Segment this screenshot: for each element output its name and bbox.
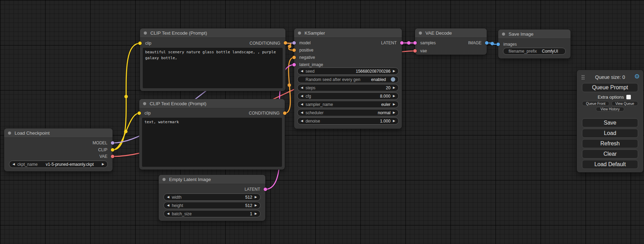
- node-empty-latent-image: Empty Latent Image LATENT ◀ width 512 ▶ …: [159, 175, 265, 221]
- input-port-latent-image[interactable]: [292, 63, 296, 66]
- decrement-arrow-icon[interactable]: ◀: [167, 212, 169, 215]
- node-title: Empty Latent Image: [169, 177, 211, 182]
- node-titlebar[interactable]: Empty Latent Image: [159, 175, 265, 184]
- output-port-vae[interactable]: [111, 155, 114, 158]
- clear-button[interactable]: Clear: [582, 150, 638, 159]
- input-label-negative: negative: [299, 55, 315, 60]
- output-label-latent: LATENT: [245, 187, 260, 191]
- node-title: Save Image: [509, 31, 533, 37]
- input-label-vae: vae: [420, 49, 427, 53]
- input-label-samples: samples: [420, 41, 436, 45]
- increment-arrow-icon[interactable]: ▶: [393, 111, 395, 114]
- output-label-vae: VAE: [99, 154, 107, 159]
- increment-arrow-icon[interactable]: ▶: [393, 70, 395, 73]
- negative-prompt-textarea[interactable]: text, watermark: [142, 118, 282, 167]
- increment-arrow-icon[interactable]: ▶: [255, 212, 257, 215]
- collapse-dot-icon[interactable]: [144, 31, 147, 35]
- output-port-model[interactable]: [111, 141, 114, 145]
- node-load-checkpoint: Load Checkpoint MODEL CLIP VAE ◀ ckpt_na…: [4, 128, 113, 171]
- graph-canvas[interactable]: Load Checkpoint MODEL CLIP VAE ◀ ckpt_na…: [0, 0, 644, 244]
- node-titlebar[interactable]: Save Image: [498, 29, 571, 39]
- output-port-latent[interactable]: [400, 41, 404, 45]
- output-label-model: MODEL: [92, 141, 107, 145]
- widget-cfg[interactable]: ◀ cfg 8.000 ▶: [297, 92, 399, 100]
- decrement-arrow-icon[interactable]: ◀: [12, 163, 15, 166]
- node-titlebar[interactable]: Load Checkpoint: [4, 128, 113, 138]
- output-port-conditioning[interactable]: [283, 111, 286, 115]
- decrement-arrow-icon[interactable]: ◀: [301, 70, 303, 73]
- input-port-clip[interactable]: [138, 42, 142, 45]
- widget-seed[interactable]: ◀ seed 156680208700286 ▶: [297, 67, 399, 75]
- positive-prompt-textarea[interactable]: beautiful scenery nature glass bottle la…: [143, 48, 283, 88]
- decrement-arrow-icon[interactable]: ◀: [167, 196, 169, 199]
- increment-arrow-icon[interactable]: ▶: [393, 119, 395, 123]
- input-port-vae[interactable]: [413, 49, 417, 53]
- node-title: Load Checkpoint: [15, 130, 50, 136]
- input-label-positive: positive: [299, 48, 314, 52]
- widget-width[interactable]: ◀ width 512 ▶: [164, 193, 261, 201]
- input-label-latent-image: latent_image: [299, 63, 323, 67]
- increment-arrow-icon[interactable]: ▶: [102, 163, 104, 166]
- increment-arrow-icon[interactable]: ▶: [255, 196, 257, 199]
- widget-scheduler[interactable]: ◀ scheduler normal ▶: [297, 109, 399, 116]
- widget-sampler-name[interactable]: ◀ sampler_name euler ▶: [297, 101, 399, 108]
- output-port-conditioning[interactable]: [284, 41, 287, 45]
- node-vae-decode: VAE Decode samples vae IMAGE: [415, 28, 487, 55]
- collapse-dot-icon[interactable]: [162, 178, 166, 181]
- toggle-knob-icon[interactable]: [391, 77, 395, 82]
- node-titlebar[interactable]: VAE Decode: [415, 28, 487, 38]
- node-clip-text-encode-negative: CLIP Text Encode (Prompt) clip CONDITION…: [139, 99, 285, 170]
- node-titlebar[interactable]: KSampler: [294, 28, 402, 38]
- input-port-images[interactable]: [496, 43, 500, 46]
- node-save-image: Save Image images filename_prefix ComfyU…: [498, 29, 571, 58]
- queue-prompt-button[interactable]: Queue Prompt: [582, 83, 638, 92]
- input-label-clip: clip: [145, 41, 151, 45]
- queue-front-button[interactable]: Queue Front: [582, 101, 609, 106]
- output-port-image[interactable]: [485, 41, 488, 45]
- extra-options-checkbox[interactable]: [626, 95, 631, 99]
- widget-denoise[interactable]: ◀ denoise 1.000 ▶: [297, 117, 399, 125]
- node-titlebar[interactable]: CLIP Text Encode (Prompt): [139, 99, 285, 108]
- view-history-button[interactable]: View History: [596, 107, 624, 111]
- collapse-dot-icon[interactable]: [502, 33, 505, 36]
- input-label-images: images: [503, 42, 517, 46]
- collapse-dot-icon[interactable]: [143, 102, 146, 105]
- decrement-arrow-icon[interactable]: ◀: [301, 86, 303, 89]
- input-port-clip[interactable]: [138, 111, 141, 115]
- node-title: VAE Decode: [425, 30, 452, 36]
- decrement-arrow-icon[interactable]: ◀: [301, 119, 303, 123]
- input-port-positive[interactable]: [292, 48, 296, 52]
- decrement-arrow-icon[interactable]: ◀: [301, 103, 303, 106]
- input-port-model[interactable]: [292, 41, 296, 45]
- increment-arrow-icon[interactable]: ▶: [255, 204, 257, 207]
- widget-steps[interactable]: ◀ steps 20 ▶: [297, 84, 399, 91]
- decrement-arrow-icon[interactable]: ◀: [301, 111, 303, 114]
- widget-random-seed-toggle[interactable]: Random seed after every gen enabled: [297, 76, 399, 83]
- output-port-latent[interactable]: [264, 188, 267, 191]
- increment-arrow-icon[interactable]: ▶: [393, 103, 395, 106]
- input-port-samples[interactable]: [413, 41, 417, 45]
- collapse-dot-icon[interactable]: [8, 132, 11, 135]
- increment-arrow-icon[interactable]: ▶: [393, 94, 395, 98]
- output-label-conditioning: CONDITIONING: [249, 111, 280, 115]
- widget-filename-prefix[interactable]: filename_prefix ComfyUI: [503, 48, 566, 55]
- collapse-dot-icon[interactable]: [298, 31, 301, 35]
- save-button[interactable]: Save: [582, 118, 638, 127]
- widget-batch-size[interactable]: ◀ batch_size 1 ▶: [164, 210, 261, 217]
- input-label-clip: clip: [144, 111, 151, 115]
- refresh-button[interactable]: Refresh: [582, 139, 638, 148]
- decrement-arrow-icon[interactable]: ◀: [167, 204, 169, 207]
- widget-ckpt-name[interactable]: ◀ ckpt_name v1-5-pruned-emaonly.ckpt ▶: [9, 161, 108, 168]
- view-queue-button[interactable]: View Queue: [611, 101, 638, 106]
- node-titlebar[interactable]: CLIP Text Encode (Prompt): [140, 28, 285, 38]
- input-port-negative[interactable]: [292, 56, 296, 59]
- settings-gear-icon[interactable]: ⚙: [634, 73, 640, 80]
- widget-height[interactable]: ◀ height 512 ▶: [164, 202, 261, 209]
- output-port-clip[interactable]: [111, 148, 114, 152]
- load-default-button[interactable]: Load Default: [582, 160, 638, 169]
- decrement-arrow-icon[interactable]: ◀: [301, 94, 303, 98]
- load-button[interactable]: Load: [582, 129, 638, 138]
- collapse-dot-icon[interactable]: [419, 31, 422, 35]
- node-title: KSampler: [305, 30, 325, 36]
- increment-arrow-icon[interactable]: ▶: [393, 86, 395, 89]
